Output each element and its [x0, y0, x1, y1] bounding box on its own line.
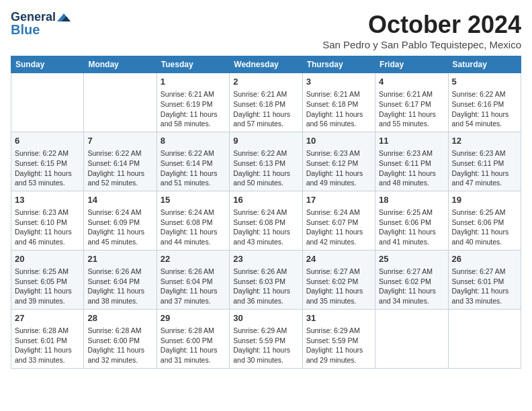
- day-number: 31: [306, 312, 371, 324]
- calendar-cell: 3Sunrise: 6:21 AMSunset: 6:18 PMDaylight…: [302, 73, 375, 132]
- day-number: 3: [306, 76, 371, 88]
- header: General Blue October 2024 San Pedro y Sa…: [11, 11, 521, 50]
- calendar-cell: [84, 73, 157, 132]
- cell-content: Sunrise: 6:27 AMSunset: 6:02 PMDaylight:…: [306, 267, 371, 306]
- month-title: October 2024: [322, 11, 521, 39]
- cell-content: Sunrise: 6:23 AMSunset: 6:12 PMDaylight:…: [306, 148, 371, 188]
- calendar-cell: 22Sunrise: 6:26 AMSunset: 6:04 PMDayligh…: [157, 250, 229, 309]
- cell-content: Sunrise: 6:28 AMSunset: 6:00 PMDaylight:…: [161, 326, 226, 365]
- day-number: 16: [233, 194, 298, 206]
- cell-content: Sunrise: 6:23 AMSunset: 6:11 PMDaylight:…: [379, 148, 444, 188]
- calendar-cell: 11Sunrise: 6:23 AMSunset: 6:11 PMDayligh…: [375, 132, 448, 191]
- calendar-cell: 10Sunrise: 6:23 AMSunset: 6:12 PMDayligh…: [302, 132, 375, 191]
- day-number: 20: [15, 253, 80, 265]
- cell-content: Sunrise: 6:24 AMSunset: 6:07 PMDaylight:…: [306, 208, 371, 247]
- calendar-cell: 7Sunrise: 6:22 AMSunset: 6:14 PMDaylight…: [84, 132, 157, 191]
- day-number: 30: [233, 312, 298, 324]
- calendar-cell: 24Sunrise: 6:27 AMSunset: 6:02 PMDayligh…: [302, 250, 375, 309]
- cell-content: Sunrise: 6:21 AMSunset: 6:18 PMDaylight:…: [233, 89, 298, 129]
- day-number: 8: [161, 135, 226, 147]
- cell-content: Sunrise: 6:27 AMSunset: 6:01 PMDaylight:…: [452, 267, 517, 306]
- day-header-friday: Friday: [375, 56, 448, 73]
- day-number: 11: [379, 135, 444, 147]
- day-header-saturday: Saturday: [448, 56, 521, 73]
- week-row-0: 1Sunrise: 6:21 AMSunset: 6:19 PMDaylight…: [11, 73, 521, 132]
- calendar-cell: 12Sunrise: 6:23 AMSunset: 6:11 PMDayligh…: [448, 132, 521, 191]
- day-number: 22: [161, 253, 226, 265]
- day-number: 4: [379, 76, 444, 88]
- cell-content: Sunrise: 6:24 AMSunset: 6:08 PMDaylight:…: [233, 208, 298, 247]
- day-header-monday: Monday: [84, 56, 157, 73]
- week-row-1: 6Sunrise: 6:22 AMSunset: 6:15 PMDaylight…: [11, 132, 521, 191]
- calendar-cell: 9Sunrise: 6:22 AMSunset: 6:13 PMDaylight…: [230, 132, 302, 191]
- day-number: 12: [452, 135, 517, 147]
- calendar-cell: 1Sunrise: 6:21 AMSunset: 6:19 PMDaylight…: [157, 73, 229, 132]
- cell-content: Sunrise: 6:22 AMSunset: 6:13 PMDaylight:…: [233, 148, 298, 188]
- day-number: 14: [87, 194, 152, 206]
- cell-content: Sunrise: 6:23 AMSunset: 6:11 PMDaylight:…: [452, 148, 517, 188]
- calendar-cell: 15Sunrise: 6:24 AMSunset: 6:08 PMDayligh…: [157, 191, 229, 250]
- day-header-wednesday: Wednesday: [230, 56, 302, 73]
- location-title: San Pedro y San Pablo Tequistepec, Mexic…: [322, 39, 521, 50]
- day-number: 5: [452, 76, 517, 88]
- day-number: 28: [87, 312, 152, 324]
- calendar-cell: 8Sunrise: 6:22 AMSunset: 6:14 PMDaylight…: [157, 132, 229, 191]
- calendar-cell: 20Sunrise: 6:25 AMSunset: 6:05 PMDayligh…: [11, 250, 84, 309]
- calendar-cell: [11, 73, 84, 132]
- day-number: 27: [15, 312, 80, 324]
- calendar-cell: 13Sunrise: 6:23 AMSunset: 6:10 PMDayligh…: [11, 191, 84, 250]
- cell-content: Sunrise: 6:26 AMSunset: 6:04 PMDaylight:…: [161, 267, 226, 306]
- cell-content: Sunrise: 6:25 AMSunset: 6:06 PMDaylight:…: [379, 208, 444, 247]
- calendar-cell: 25Sunrise: 6:27 AMSunset: 6:02 PMDayligh…: [375, 250, 448, 309]
- calendar-cell: 30Sunrise: 6:29 AMSunset: 5:59 PMDayligh…: [230, 309, 302, 368]
- day-number: 26: [452, 253, 517, 265]
- calendar-cell: 14Sunrise: 6:24 AMSunset: 6:09 PMDayligh…: [84, 191, 157, 250]
- calendar-cell: 4Sunrise: 6:21 AMSunset: 6:17 PMDaylight…: [375, 73, 448, 132]
- week-row-4: 27Sunrise: 6:28 AMSunset: 6:01 PMDayligh…: [11, 309, 521, 368]
- calendar-cell: 28Sunrise: 6:28 AMSunset: 6:00 PMDayligh…: [84, 309, 157, 368]
- day-number: 25: [379, 253, 444, 265]
- cell-content: Sunrise: 6:22 AMSunset: 6:14 PMDaylight:…: [87, 148, 152, 188]
- cell-content: Sunrise: 6:28 AMSunset: 6:00 PMDaylight:…: [87, 326, 152, 365]
- calendar-cell: 19Sunrise: 6:25 AMSunset: 6:06 PMDayligh…: [448, 191, 521, 250]
- day-number: 21: [87, 253, 152, 265]
- week-row-3: 20Sunrise: 6:25 AMSunset: 6:05 PMDayligh…: [11, 250, 521, 309]
- calendar-cell: [448, 309, 521, 368]
- title-area: October 2024 San Pedro y San Pablo Tequi…: [322, 11, 521, 50]
- header-row: SundayMondayTuesdayWednesdayThursdayFrid…: [11, 56, 521, 73]
- calendar-cell: 29Sunrise: 6:28 AMSunset: 6:00 PMDayligh…: [157, 309, 229, 368]
- day-number: 13: [15, 194, 80, 206]
- calendar-table: SundayMondayTuesdayWednesdayThursdayFrid…: [11, 56, 521, 369]
- cell-content: Sunrise: 6:26 AMSunset: 6:04 PMDaylight:…: [87, 267, 152, 306]
- day-number: 19: [452, 194, 517, 206]
- logo-general: General: [11, 11, 71, 23]
- cell-content: Sunrise: 6:26 AMSunset: 6:03 PMDaylight:…: [233, 267, 298, 306]
- logo-blue: Blue: [11, 23, 40, 36]
- cell-content: Sunrise: 6:25 AMSunset: 6:05 PMDaylight:…: [15, 267, 80, 306]
- cell-content: Sunrise: 6:22 AMSunset: 6:15 PMDaylight:…: [15, 148, 80, 188]
- calendar-cell: 16Sunrise: 6:24 AMSunset: 6:08 PMDayligh…: [230, 191, 302, 250]
- cell-content: Sunrise: 6:24 AMSunset: 6:08 PMDaylight:…: [161, 208, 226, 247]
- calendar-cell: 5Sunrise: 6:22 AMSunset: 6:16 PMDaylight…: [448, 73, 521, 132]
- logo: General Blue: [11, 11, 71, 36]
- cell-content: Sunrise: 6:24 AMSunset: 6:09 PMDaylight:…: [87, 208, 152, 247]
- cell-content: Sunrise: 6:23 AMSunset: 6:10 PMDaylight:…: [15, 208, 80, 247]
- cell-content: Sunrise: 6:21 AMSunset: 6:17 PMDaylight:…: [379, 89, 444, 129]
- calendar-cell: 27Sunrise: 6:28 AMSunset: 6:01 PMDayligh…: [11, 309, 84, 368]
- cell-content: Sunrise: 6:22 AMSunset: 6:16 PMDaylight:…: [452, 89, 517, 129]
- cell-content: Sunrise: 6:29 AMSunset: 5:59 PMDaylight:…: [306, 326, 371, 365]
- cell-content: Sunrise: 6:28 AMSunset: 6:01 PMDaylight:…: [15, 326, 80, 365]
- calendar-cell: 21Sunrise: 6:26 AMSunset: 6:04 PMDayligh…: [84, 250, 157, 309]
- day-number: 23: [233, 253, 298, 265]
- calendar-cell: [375, 309, 448, 368]
- calendar-cell: 17Sunrise: 6:24 AMSunset: 6:07 PMDayligh…: [302, 191, 375, 250]
- day-number: 9: [233, 135, 298, 147]
- day-number: 15: [161, 194, 226, 206]
- day-header-tuesday: Tuesday: [157, 56, 229, 73]
- calendar-cell: 31Sunrise: 6:29 AMSunset: 5:59 PMDayligh…: [302, 309, 375, 368]
- cell-content: Sunrise: 6:21 AMSunset: 6:19 PMDaylight:…: [161, 89, 226, 129]
- day-number: 2: [233, 76, 298, 88]
- cell-content: Sunrise: 6:25 AMSunset: 6:06 PMDaylight:…: [452, 208, 517, 247]
- day-number: 17: [306, 194, 371, 206]
- calendar-cell: 18Sunrise: 6:25 AMSunset: 6:06 PMDayligh…: [375, 191, 448, 250]
